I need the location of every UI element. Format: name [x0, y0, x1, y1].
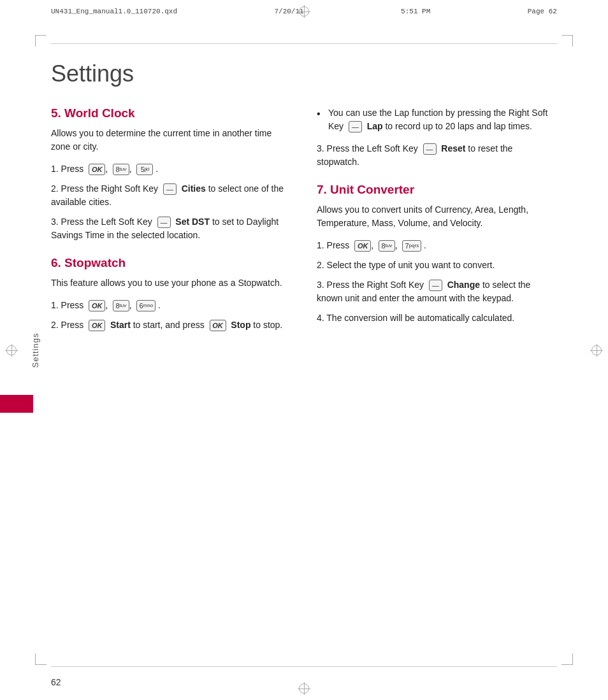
sidebar-label: Settings — [31, 332, 40, 368]
world-clock-step2: 2. Press the Right Soft Key — Cities to … — [51, 182, 291, 209]
word-setdst: Set DST — [175, 217, 210, 227]
stopwatch-step3: 3. Press the Left Soft Key — Reset to re… — [317, 142, 557, 169]
print-filename: UN431_Eng_manual1.0_110720.qxd — [51, 8, 177, 15]
top-rule — [51, 43, 557, 44]
word-stop: Stop — [231, 320, 250, 330]
key-ok-sw2a: OK — [89, 320, 105, 331]
stopwatch-heading: 6. Stopwatch — [51, 256, 291, 270]
corner-mark-tr — [561, 35, 573, 46]
world-clock-heading: 5. World Clock — [51, 106, 291, 120]
section-world-clock: 5. World Clock Allows you to determine t… — [51, 106, 291, 242]
soft-key-change: — — [429, 280, 442, 291]
corner-mark-bl — [35, 654, 47, 665]
key-6mno-sw1: 6mno — [136, 300, 156, 311]
crosshair-bottom — [298, 682, 310, 695]
stopwatch-bullet-list: You can use the Lap function by pressing… — [317, 106, 557, 133]
word-change: Change — [447, 280, 480, 290]
two-column-layout: 5. World Clock Allows you to determine t… — [51, 106, 557, 338]
right-column: You can use the Lap function by pressing… — [317, 106, 557, 338]
page-number: 62 — [51, 677, 61, 687]
key-7pqrs-uc1: 7pqrs — [402, 240, 421, 252]
print-header: UN431_Eng_manual1.0_110720.qxd 7/20/11 5… — [51, 8, 557, 15]
soft-key-setdst: — — [157, 217, 171, 228]
soft-key-cities: — — [163, 183, 177, 195]
section-stopwatch: 6. Stopwatch This feature allows you to … — [51, 256, 291, 332]
soft-key-lap: — — [349, 121, 362, 132]
word-cities: Cities — [182, 183, 206, 194]
key-8tuv-uc1: 8tuv — [379, 240, 395, 252]
word-lap: Lap — [367, 121, 383, 131]
world-clock-step3: 3. Press the Left Soft Key — Set DST to … — [51, 215, 291, 242]
lap-bullet: You can use the Lap function by pressing… — [317, 106, 557, 133]
stopwatch-step2: 2. Press OK Start to start, and press OK… — [51, 318, 291, 332]
unit-converter-intro: Allows you to convert units of Currency,… — [317, 203, 557, 230]
corner-mark-br — [561, 654, 573, 665]
print-page: Page 62 — [528, 8, 557, 15]
unit-converter-step3: 3. Press the Right Soft Key — Change to … — [317, 278, 557, 305]
page-title: Settings — [51, 61, 557, 87]
main-content: Settings 5. World Clock Allows you to de… — [51, 48, 557, 662]
left-column: 5. World Clock Allows you to determine t… — [51, 106, 291, 338]
stopwatch-bullet-section: You can use the Lap function by pressing… — [317, 106, 557, 169]
stopwatch-step1: 1. Press OK, 8tuv, 6mno . — [51, 299, 291, 312]
stopwatch-intro: This feature allows you to use your phon… — [51, 276, 291, 290]
crosshair-left — [5, 344, 18, 357]
world-clock-intro: Allows you to determine the current time… — [51, 127, 291, 154]
bottom-rule — [51, 666, 557, 667]
unit-converter-step1: 1. Press OK, 8tuv, 7pqrs . — [317, 239, 557, 252]
soft-key-reset: — — [423, 143, 437, 155]
crosshair-right — [590, 344, 603, 357]
red-tab — [0, 395, 33, 413]
key-ok-sw2b: OK — [210, 320, 226, 331]
key-ok-wc1: OK — [89, 164, 105, 175]
key-ok-sw1: OK — [89, 300, 105, 311]
key-8tuv-wc1: 8tuv — [113, 164, 129, 175]
section-unit-converter: 7. Unit Converter Allows you to convert … — [317, 183, 557, 325]
key-5jkl-wc1: 5jkl — [136, 164, 153, 175]
unit-converter-step2: 2. Select the type of unit you want to c… — [317, 259, 557, 272]
corner-mark-tl — [35, 35, 47, 46]
key-8tuv-sw1: 8tuv — [113, 300, 129, 311]
word-reset: Reset — [441, 143, 465, 154]
word-start: Start — [110, 320, 131, 330]
world-clock-step1: 1. Press OK, 8tuv, 5jkl . — [51, 162, 291, 176]
key-ok-uc1: OK — [354, 240, 371, 252]
unit-converter-heading: 7. Unit Converter — [317, 183, 557, 197]
print-time: 5:51 PM — [401, 8, 430, 15]
print-date: 7/20/11 — [274, 8, 303, 15]
unit-converter-step4: 4. The conversion will be automatically … — [317, 311, 557, 325]
